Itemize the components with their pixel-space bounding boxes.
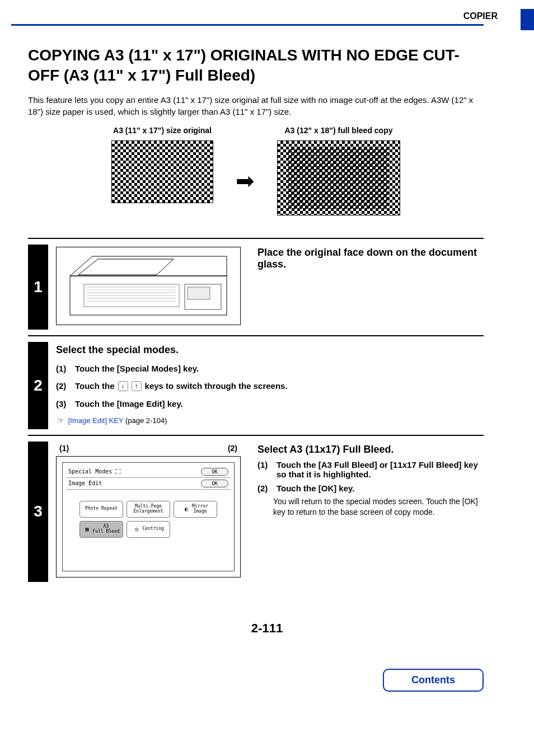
svg-rect-11 bbox=[188, 287, 210, 299]
page-number: 2-111 bbox=[0, 621, 534, 636]
step-number-1: 1 bbox=[28, 245, 48, 330]
contents-button[interactable]: Contents bbox=[383, 669, 484, 692]
svg-marker-2 bbox=[78, 259, 174, 275]
section-color-tab bbox=[521, 9, 534, 30]
panel-row-label: Special Modes bbox=[68, 468, 112, 475]
substep-text: Touch the bbox=[75, 381, 115, 391]
substep-text: Touch the [A3 Full Bleed] or [11x17 Full… bbox=[277, 460, 484, 479]
substep-num: (3) bbox=[56, 399, 72, 408]
photo-repeat-button[interactable]: Photo Repeat bbox=[79, 501, 123, 518]
mirror-icon: ◐ bbox=[182, 505, 190, 513]
step3-heading: Select A3 (11x17) Full Bleed. bbox=[257, 444, 484, 456]
step1-illustration bbox=[56, 247, 241, 325]
step2-heading: Select the special modes. bbox=[56, 344, 484, 356]
substep-text: Touch the [OK] key. bbox=[277, 483, 354, 493]
panel-row-label: Image Edit bbox=[68, 480, 102, 486]
step-number-2: 2 bbox=[28, 342, 48, 429]
intro-text: This feature lets you copy an entire A3 … bbox=[28, 94, 484, 118]
section-label: COPIER bbox=[463, 11, 498, 21]
ok-button[interactable]: OK bbox=[201, 468, 228, 476]
up-arrow-key-icon: ↑ bbox=[132, 381, 142, 391]
centring-icon: ◎ bbox=[133, 525, 140, 533]
substep-text: Touch the [Image Edit] key. bbox=[75, 399, 183, 408]
multi-page-enlargement-button[interactable]: Multi-Page Enlargement bbox=[127, 501, 170, 518]
touchscreen-mock: Special Modes ⛶ OK Image Edit OK Photo R… bbox=[56, 456, 241, 577]
ok-button[interactable]: OK bbox=[201, 480, 228, 487]
substep-description: You will return to the special modes scr… bbox=[273, 496, 484, 518]
step-number-3: 3 bbox=[28, 442, 48, 582]
full-bleed-icon: ▦ bbox=[83, 525, 91, 533]
panel-callout-1: (1) bbox=[59, 444, 69, 453]
step1-heading: Place the original face down on the docu… bbox=[257, 247, 484, 270]
original-illustration bbox=[112, 141, 213, 203]
substep-num: (1) bbox=[56, 364, 72, 373]
substep-text: Touch the [Special Modes] key. bbox=[75, 364, 199, 373]
page-title: COPYING A3 (11" x 17") ORIGINALS WITH NO… bbox=[28, 45, 484, 86]
mirror-image-button[interactable]: ◐Mirror Image bbox=[174, 501, 217, 518]
expand-icon: ⛶ bbox=[115, 468, 121, 475]
panel-callout-2: (2) bbox=[228, 444, 237, 453]
arrow-icon: ➡ bbox=[236, 168, 255, 194]
ref-link[interactable]: [Image Edit] KEY bbox=[68, 416, 124, 425]
centring-button[interactable]: ◎Centring bbox=[127, 521, 170, 538]
copy-illustration bbox=[277, 140, 400, 215]
diagram-right-label: A3 (12" x 18") full bleed copy bbox=[277, 126, 400, 135]
substep-num: (1) bbox=[257, 460, 273, 469]
diagram-left-label: A3 (11" x 17") size original bbox=[111, 126, 213, 135]
substep-num: (2) bbox=[257, 483, 273, 493]
substep-text: keys to switch through the screens. bbox=[145, 381, 288, 391]
ref-page: (page 2-104) bbox=[123, 416, 167, 425]
cross-reference: [Image Edit] KEY (page 2-104) bbox=[57, 416, 484, 425]
down-arrow-key-icon: ↓ bbox=[118, 381, 128, 391]
diagram-row: A3 (11" x 17") size original ➡ A3 (12" x… bbox=[28, 126, 484, 215]
substep-num: (2) bbox=[56, 381, 72, 391]
a3-full-bleed-button[interactable]: ▦A3 Full Bleed bbox=[79, 521, 123, 538]
